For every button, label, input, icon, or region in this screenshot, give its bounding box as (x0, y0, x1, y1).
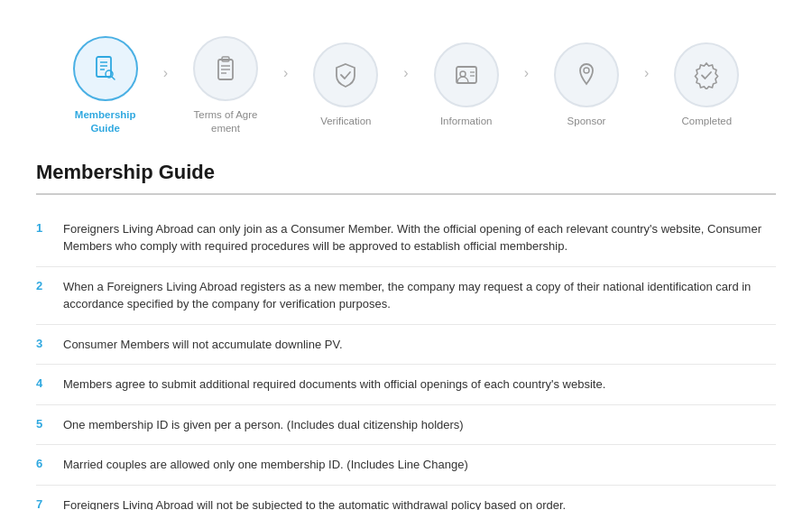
step-circle-verification (313, 42, 378, 107)
guide-text: Consumer Members will not accumulate dow… (63, 336, 343, 354)
clipboard-list-icon (211, 54, 240, 83)
badge-check-icon (692, 60, 721, 89)
guide-item: 1Foreigners Living Abroad can only join … (36, 209, 776, 267)
arrow-5: › (641, 65, 652, 81)
step-completed[interactable]: Completed (652, 42, 761, 128)
svg-line-5 (112, 77, 115, 79)
page-container: MembershipGuide › Terms of Agreement › (0, 0, 812, 510)
step-label-verification: Verification (320, 115, 371, 128)
guide-number: 5 (36, 416, 49, 431)
step-circle-completed (674, 42, 739, 107)
guide-item: 2When a Foreigners Living Abroad registe… (36, 267, 776, 325)
step-information[interactable]: Information (412, 42, 521, 128)
step-membership-guide[interactable]: MembershipGuide (51, 36, 160, 135)
arrow-4: › (521, 65, 532, 81)
step-label-information: Information (440, 115, 493, 128)
svg-rect-0 (97, 57, 111, 77)
section-title: Membership Guide (36, 161, 776, 195)
guide-number: 4 (36, 376, 49, 390)
svg-rect-11 (457, 67, 476, 83)
arrow-2: › (280, 65, 291, 81)
guide-list: 1Foreigners Living Abroad can only join … (36, 209, 776, 510)
guide-item: 6Married couples are allowed only one me… (36, 445, 776, 486)
step-circle-information (434, 42, 499, 107)
step-label-sponsor: Sponsor (567, 115, 606, 128)
document-search-icon (91, 54, 120, 83)
step-circle-sponsor (554, 42, 619, 107)
guide-text: Foreigners Living Abroad will not be sub… (63, 496, 566, 510)
step-sponsor[interactable]: Sponsor (532, 42, 641, 128)
guide-number: 7 (36, 496, 49, 510)
guide-text: Married couples are allowed only one mem… (63, 456, 468, 474)
shield-check-icon (331, 60, 360, 89)
step-label-completed: Completed (682, 115, 733, 128)
guide-text: Foreigners Living Abroad can only join a… (63, 220, 776, 255)
guide-number: 6 (36, 456, 49, 470)
step-circle-membership-guide (73, 36, 138, 101)
person-card-icon (452, 60, 481, 89)
guide-text: One membership ID is given per a person.… (63, 416, 464, 434)
guide-text: When a Foreigners Living Abroad register… (63, 278, 776, 313)
arrow-3: › (400, 65, 411, 81)
guide-number: 2 (36, 278, 49, 292)
guide-item: 5One membership ID is given per a person… (36, 405, 776, 446)
guide-number: 1 (36, 220, 49, 235)
guide-text: Members agree to submit additional requi… (63, 376, 605, 394)
arrow-1: › (160, 65, 171, 81)
location-person-icon (572, 60, 601, 89)
step-label-terms: Terms of Agreement (194, 108, 258, 135)
guide-item: 7Foreigners Living Abroad will not be su… (36, 486, 776, 510)
step-circle-terms (193, 36, 258, 101)
stepper: MembershipGuide › Terms of Agreement › (36, 18, 776, 144)
guide-item: 4Members agree to submit additional requ… (36, 365, 776, 405)
step-terms-of-agreement[interactable]: Terms of Agreement (171, 36, 280, 135)
step-verification[interactable]: Verification (291, 42, 400, 128)
guide-item: 3Consumer Members will not accumulate do… (36, 325, 776, 366)
step-label-membership-guide: MembershipGuide (75, 108, 136, 135)
svg-point-15 (584, 68, 589, 73)
guide-number: 3 (36, 336, 49, 350)
svg-point-12 (460, 71, 466, 77)
